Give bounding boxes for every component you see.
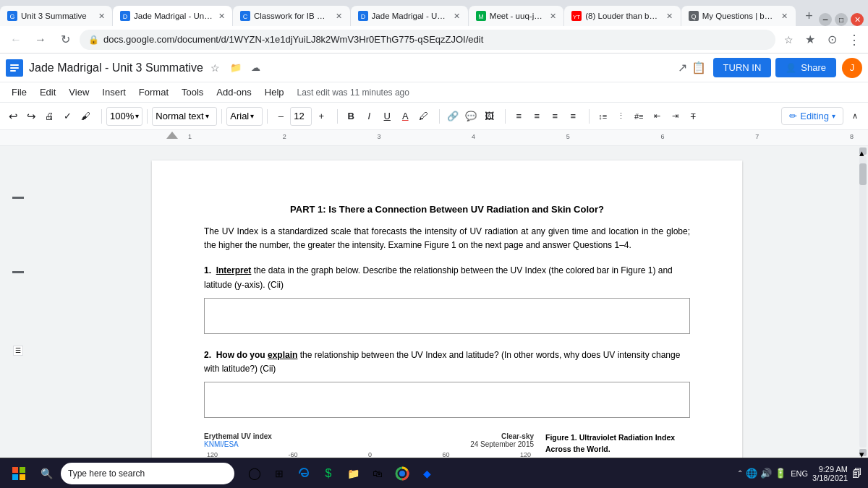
image-button[interactable]: 🖼 [480,106,498,127]
share-button[interactable]: 👤 Share [775,58,836,77]
expand-toolbar-button[interactable]: ∧ [846,106,864,127]
italic-button[interactable]: I [360,106,378,127]
tab-classwork[interactable]: C Classwork for IB MYP ✕ [233,6,350,26]
ruler-mark-1: 1 [188,133,192,140]
cloud-icon[interactable]: ☁ [248,60,264,76]
font-size-selector[interactable]: 12 [290,107,312,126]
taskbar-taskview-icon[interactable]: ⊞ [268,462,291,485]
menu-help[interactable]: Help [259,85,290,100]
link-button[interactable]: 🔗 [444,106,461,127]
forward-button[interactable]: → [30,30,51,50]
tab-jade-madrigal-active[interactable]: D Jade Madrigal - Unit 3 ✕ [113,6,232,26]
tab-close-5[interactable]: ✕ [548,11,558,21]
document-page-area[interactable]: PART 1: Is There a Connection Between UV… [36,146,858,458]
menu-insert[interactable]: Insert [96,85,132,100]
taskbar-cortana-icon[interactable]: ◯ [243,462,266,485]
tab-close-4[interactable]: ✕ [452,11,462,21]
menu-dots-icon[interactable]: ⋮ [845,31,862,48]
highlight-button[interactable]: 🖊 [414,106,432,127]
tray-battery-icon[interactable]: 🔋 [775,468,786,479]
menu-edit[interactable]: Edit [34,85,61,100]
clear-format-button[interactable]: T [684,106,702,127]
list-bullet-button[interactable]: ⋮ [612,106,629,127]
minimize-button[interactable]: – [819,13,832,26]
start-button[interactable] [6,461,32,487]
folder-icon[interactable]: 📁 [228,60,244,76]
text-style-selector[interactable]: Normal text ▾ [152,107,217,126]
redo-button[interactable]: ↪ [22,106,40,127]
question-1-answer-box[interactable] [204,298,690,334]
zoom-selector[interactable]: 100% ▾ [106,107,142,126]
align-justify-button[interactable]: ≡ [564,106,582,127]
spellcheck-button[interactable]: ✓ [59,106,76,127]
tray-speaker-icon[interactable]: 🔊 [760,468,772,479]
refresh-button[interactable]: ↻ [55,30,75,50]
extension-icon[interactable]: ★ [801,31,819,48]
taskbar-store-icon[interactable]: 🛍 [366,462,389,485]
editing-mode-button[interactable]: ✏ Editing ▾ [781,107,843,125]
align-right-button[interactable]: ≡ [546,106,563,127]
font-size-decrease-button[interactable]: – [272,106,289,127]
tray-chevron-icon[interactable]: ⌃ [737,469,743,477]
left-gutter-icon[interactable]: ☰ [13,346,23,356]
print-button[interactable]: 🖨 [41,106,58,127]
taskbar-chrome-icon[interactable] [391,462,414,485]
menu-tools[interactable]: Tools [176,85,209,100]
document-page: PART 1: Is There a Connection Between UV… [152,160,742,458]
taskbar-dollar-icon[interactable]: $ [317,462,340,485]
language-indicator[interactable]: ENG [791,469,808,478]
scroll-track[interactable] [859,156,867,448]
star-icon[interactable]: ☆ [208,60,224,76]
line-spacing-button[interactable]: ↕≡ [594,106,611,127]
menu-addons[interactable]: Add-ons [210,85,257,100]
tab-jade-2[interactable]: D Jade Madrigal - Unit 3 ✕ [351,6,468,26]
align-left-button[interactable]: ≡ [510,106,527,127]
maximize-button[interactable]: □ [835,13,848,26]
menu-format[interactable]: Format [133,85,174,100]
user-avatar[interactable]: J [842,58,862,78]
scroll-down-button[interactable]: ▾ [859,449,867,456]
close-button[interactable]: ✕ [851,13,864,26]
tray-network-icon[interactable]: 🌐 [746,468,757,479]
back-button[interactable]: ← [6,30,26,50]
menu-file[interactable]: File [6,85,33,100]
indent-decrease-button[interactable]: ⇤ [648,106,665,127]
address-input[interactable]: 🔒 docs.google.com/document/d/1WYZN-x1e1d… [80,30,775,50]
tab-meet[interactable]: M Meet - uuq-jpnd ✕ [469,6,563,26]
question-2-answer-box[interactable] [204,382,690,418]
comment-button[interactable]: 💬 [462,106,480,127]
turn-in-button[interactable]: TURN IN [713,58,772,77]
tab-questions[interactable]: Q My Questions | bartle ✕ [681,6,796,26]
list-number-button[interactable]: #≡ [630,106,647,127]
system-clock[interactable]: 9:29 AM 3/18/2021 [812,465,848,482]
new-tab-button[interactable]: + [799,6,819,26]
tab-close-7[interactable]: ✕ [780,11,790,21]
scroll-thumb[interactable] [859,163,867,185]
font-size-increase-button[interactable]: + [312,106,330,127]
indent-increase-button[interactable]: ⇥ [666,106,684,127]
notification-icon[interactable]: 🗐 [852,468,862,479]
paint-format-button[interactable]: 🖌 [77,106,94,127]
tab-unit3-summative[interactable]: G Unit 3 Summative ✕ [0,6,112,26]
font-selector[interactable]: Arial ▾ [226,107,263,126]
bold-button[interactable]: B [342,106,359,127]
tab-close-2[interactable]: ✕ [216,11,226,21]
scroll-up-button[interactable]: ▴ [859,147,867,155]
taskbar-dropbox-icon[interactable]: ◆ [415,462,438,485]
profile-icon[interactable]: ⊙ [823,31,841,48]
vertical-scrollbar[interactable]: ▴ ▾ [858,146,868,458]
bookmark-icon[interactable]: ☆ [780,31,797,48]
taskbar-search-bar[interactable]: Type here to search [61,463,234,484]
underline-button[interactable]: U [378,106,396,127]
taskbar-explorer-icon[interactable]: 📁 [341,462,365,485]
taskbar-search-button[interactable]: 🔍 [35,462,58,485]
tab-youtube[interactable]: YT (8) Louder than bomb ✕ [564,6,680,26]
align-center-button[interactable]: ≡ [528,106,545,127]
tab-close-3[interactable]: ✕ [334,11,344,21]
taskbar-edge-icon[interactable] [292,462,315,485]
tab-close-1[interactable]: ✕ [96,11,106,21]
tab-close-6[interactable]: ✕ [665,11,675,21]
menu-view[interactable]: View [63,85,95,100]
undo-button[interactable]: ↩ [4,106,22,127]
font-color-button[interactable]: A [396,106,414,127]
